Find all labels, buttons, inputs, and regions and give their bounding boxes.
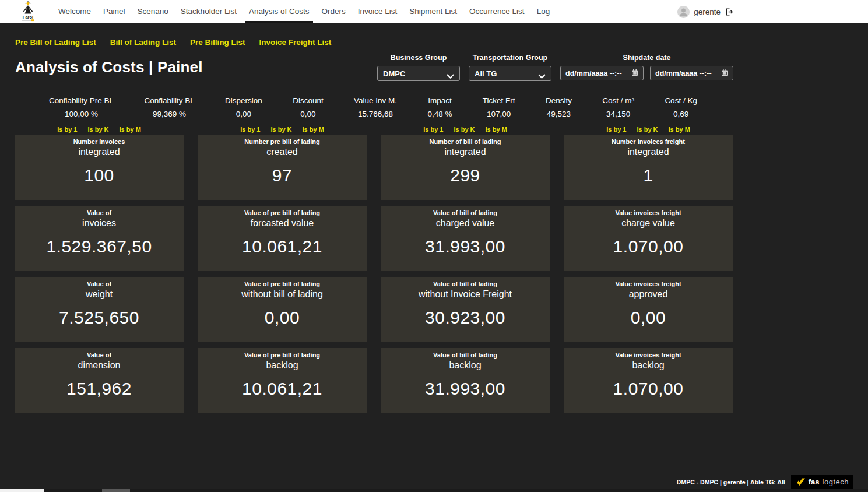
- business-group-value: DMPC: [383, 69, 405, 78]
- stat-label: Cost / Kg: [665, 96, 697, 105]
- shipdate-to-placeholder: dd/mm/aaaa --:--: [655, 69, 712, 78]
- user-avatar-icon: [677, 6, 690, 18]
- card-title: without Invoice Freight: [381, 289, 550, 300]
- card-category: Value of bill of lading: [381, 209, 550, 216]
- card-title: invoices: [15, 218, 184, 229]
- horizontal-scrollbar-thumb-secondary[interactable]: [102, 489, 130, 492]
- card-bill-charged-value: Value of bill of lading charged value 31…: [381, 206, 550, 271]
- header-row: Analysis of Costs | Painel Business Grou…: [15, 54, 733, 81]
- pre-bill-of-lading-list-link[interactable]: Pre Bill of Lading List: [15, 38, 96, 47]
- is-by-1-link[interactable]: Is by 1: [423, 126, 443, 133]
- logout-icon[interactable]: [725, 7, 734, 16]
- card-value: 299: [381, 166, 550, 185]
- stat-confiability-bl: Confiability BL 99,369 %: [144, 96, 194, 118]
- stat-label: Ticket Frt: [483, 96, 515, 105]
- fas-logtech-icon: [796, 477, 806, 487]
- business-group-label: Business Group: [391, 54, 447, 62]
- scale-links-freight: Is by 1 Is by K Is by M: [564, 126, 733, 133]
- top-navbar: Farol Welcome Painel Scenario Stackholde…: [0, 0, 868, 23]
- stat-label: Cost / m³: [602, 96, 634, 105]
- nav-menu: Welcome Painel Scenario Stackholder List…: [54, 0, 554, 23]
- is-by-m-link[interactable]: Is by M: [486, 126, 507, 133]
- nav-item-stackholder-list[interactable]: Stackholder List: [177, 0, 241, 23]
- stat-ticket-frt: Ticket Frt 107,00: [483, 96, 515, 118]
- is-by-k-link[interactable]: Is by K: [637, 126, 658, 133]
- stat-label: Confiability BL: [144, 96, 194, 105]
- stat-value-inv-m: Value Inv M. 15.766,68: [354, 96, 397, 118]
- scale-links-pre-bill: Is by 1 Is by K Is by M: [198, 126, 367, 133]
- card-title: backlog: [381, 360, 550, 371]
- card-title: charge value: [564, 218, 733, 229]
- stat-value: 99,369 %: [144, 110, 194, 118]
- card-pre-bill-backlog: Value of pre bill of lading backlog 10.0…: [198, 348, 367, 413]
- nav-item-occurrence-list[interactable]: Occurrence List: [465, 0, 529, 23]
- shipdate-from-input[interactable]: dd/mm/aaaa --:--: [560, 66, 644, 80]
- card-title: weight: [15, 289, 184, 300]
- is-by-k-link[interactable]: Is by K: [270, 126, 291, 133]
- nav-item-shipment-list[interactable]: Shipment List: [405, 0, 461, 23]
- card-title: integrated: [15, 147, 184, 157]
- card-pre-bill-forcasted: Value of pre bill of lading forcasted va…: [198, 206, 367, 271]
- stat-discount: Discount 0,00: [293, 96, 324, 118]
- card-bill-integrated: Number of bill of lading integrated 299: [381, 135, 550, 200]
- card-bill-backlog: Value of bill of lading backlog 31.993,0…: [381, 348, 550, 413]
- is-by-m-link[interactable]: Is by M: [669, 126, 690, 133]
- is-by-m-link[interactable]: Is by M: [120, 126, 141, 133]
- is-by-1-link[interactable]: Is by 1: [240, 126, 260, 133]
- scale-links-invoices: Is by 1 Is by K Is by M: [15, 126, 184, 133]
- card-value: 100: [15, 166, 184, 185]
- stat-cost-kg: Cost / Kg 0,69: [665, 96, 697, 118]
- is-by-k-link[interactable]: Is by K: [87, 126, 108, 133]
- card-freight-charge-value: Value invoices freight charge value 1.07…: [564, 206, 733, 271]
- stat-value: 34,150: [602, 110, 634, 118]
- business-group-select[interactable]: DMPC: [377, 66, 460, 81]
- card-value-weight: Value of weight 7.525,650: [15, 277, 184, 342]
- card-value: 7.525,650: [15, 308, 184, 328]
- nav-item-painel[interactable]: Painel: [99, 0, 129, 23]
- scale-links-bill: Is by 1 Is by K Is by M: [381, 126, 550, 133]
- nav-item-welcome[interactable]: Welcome: [54, 0, 95, 23]
- stat-value: 0,69: [665, 110, 697, 118]
- card-title: without bill of lading: [198, 289, 367, 300]
- pre-billing-list-link[interactable]: Pre Billing List: [190, 38, 245, 47]
- card-title: dimension: [15, 360, 184, 371]
- dashboard-content: Pre Bill of Lading List Bill of Lading L…: [0, 23, 868, 492]
- is-by-1-link[interactable]: Is by 1: [57, 126, 77, 133]
- is-by-m-link[interactable]: Is by M: [303, 126, 324, 133]
- footer: DMPC - DMPC | gerente | Able TG: All fas…: [677, 475, 853, 489]
- shipdate-to-input[interactable]: dd/mm/aaaa --:--: [650, 66, 733, 80]
- card-category: Value of pre bill of lading: [198, 280, 367, 287]
- stat-density: Density 49,523: [546, 96, 572, 118]
- invoice-freight-list-link[interactable]: Invoice Freight List: [259, 38, 332, 47]
- stat-label: Density: [546, 96, 572, 105]
- card-category: Value invoices freight: [564, 280, 733, 287]
- card-title: charged value: [381, 218, 550, 229]
- card-freight-integrated: Number invoices freight integrated 1: [564, 135, 733, 200]
- stat-impact: Impact 0,48 %: [427, 96, 452, 118]
- stat-value: 0,48 %: [427, 110, 452, 118]
- nav-item-orders[interactable]: Orders: [317, 0, 349, 23]
- business-group-filter: Business Group DMPC: [377, 54, 460, 81]
- card-category: Value of: [15, 280, 184, 287]
- stat-value: 49,523: [546, 110, 572, 118]
- card-category: Value of pre bill of lading: [198, 352, 367, 359]
- nav-item-log[interactable]: Log: [533, 0, 554, 23]
- nav-item-analysis-of-costs[interactable]: Analysis of Costs: [245, 0, 314, 23]
- farol-logo-icon: Farol: [16, 1, 40, 22]
- scale-links-row: Is by 1 Is by K Is by M Is by 1 Is by K …: [15, 126, 733, 133]
- card-value: 1.070,00: [564, 379, 733, 399]
- transportation-group-select[interactable]: All TG: [469, 66, 551, 81]
- brand-name-bold: fas: [809, 477, 820, 486]
- transportation-group-value: All TG: [475, 69, 497, 78]
- card-invoices-integrated: Number invoices integrated 100: [15, 135, 184, 200]
- card-value: 10.061,21: [198, 379, 367, 399]
- is-by-1-link[interactable]: Is by 1: [606, 126, 626, 133]
- nav-item-scenario[interactable]: Scenario: [133, 0, 173, 23]
- filters: Business Group DMPC Transportation Group…: [377, 54, 733, 81]
- card-category: Value of pre bill of lading: [198, 209, 367, 216]
- bill-of-lading-list-link[interactable]: Bill of Lading List: [110, 38, 176, 47]
- is-by-k-link[interactable]: Is by K: [454, 126, 475, 133]
- farol-logo[interactable]: Farol: [16, 1, 43, 22]
- horizontal-scrollbar-thumb[interactable]: [0, 489, 44, 492]
- nav-item-invoice-list[interactable]: Invoice List: [354, 0, 402, 23]
